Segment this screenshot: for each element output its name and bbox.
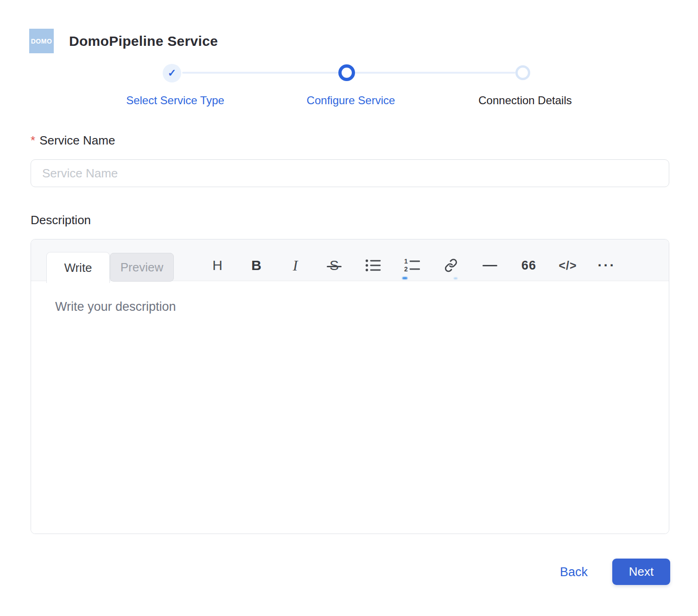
bold-icon[interactable]: B (246, 252, 267, 278)
description-placeholder: Write your description (55, 300, 176, 314)
required-asterisk: * (31, 133, 35, 147)
svg-text:2: 2 (404, 265, 408, 273)
bullet-list-icon[interactable] (363, 252, 383, 278)
step-label-configure-service[interactable]: Configure Service (307, 94, 395, 107)
stepper: ✓ Select Service Type Configure Service … (0, 0, 698, 111)
service-name-label: *Service Name (31, 133, 115, 148)
step-label-select-service-type[interactable]: Select Service Type (126, 94, 224, 107)
step-label-connection-details[interactable]: Connection Details (478, 94, 571, 107)
editor-toolbar: Write Preview H B I S (31, 239, 669, 281)
strikethrough-icon[interactable]: S (330, 258, 339, 273)
wizard-page: DOMO DomoPipeline Service ✓ Select Servi… (0, 0, 698, 616)
ordered-list-icon[interactable]: 1 2 (402, 252, 422, 278)
next-button[interactable]: Next (612, 559, 670, 585)
tab-write[interactable]: Write (46, 252, 110, 283)
more-icon[interactable]: ··· (596, 252, 617, 278)
heading-icon[interactable]: H (207, 252, 228, 278)
quote-icon[interactable]: 66 (519, 252, 539, 278)
description-textarea[interactable]: Write your description (31, 281, 669, 534)
horizontal-rule-icon[interactable] (480, 252, 500, 278)
back-button[interactable]: Back (560, 565, 588, 579)
link-icon[interactable] (441, 252, 461, 278)
stepper-connector-2 (355, 72, 515, 74)
service-name-label-text: Service Name (39, 133, 115, 147)
italic-icon[interactable]: I (285, 252, 305, 278)
description-editor: Write Preview H B I S (31, 239, 669, 534)
svg-text:1: 1 (404, 258, 408, 265)
code-icon[interactable]: </> (558, 252, 578, 278)
description-label: Description (31, 213, 91, 227)
tab-preview[interactable]: Preview (110, 253, 174, 282)
step-3-upcoming-circle[interactable] (515, 65, 530, 80)
toolbar-icons: H B I S 1 2 (207, 252, 617, 278)
step-1-check-icon[interactable]: ✓ (163, 64, 181, 82)
stepper-connector-1 (182, 72, 338, 74)
step-2-current-circle[interactable] (338, 64, 355, 81)
service-name-input[interactable] (31, 159, 669, 187)
